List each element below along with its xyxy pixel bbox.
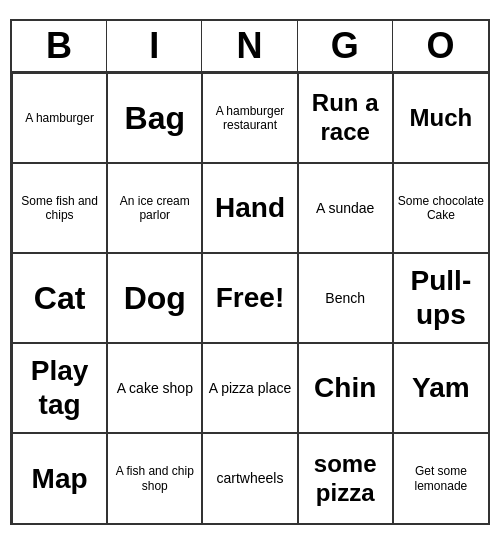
bingo-cell-15: Play tag (12, 343, 107, 433)
bingo-cell-13: Bench (298, 253, 393, 343)
bingo-cell-18: Chin (298, 343, 393, 433)
cell-text-16: A cake shop (117, 380, 193, 397)
bingo-cell-14: Pull-ups (393, 253, 488, 343)
cell-text-8: A sundae (316, 200, 374, 217)
cell-text-3: Run a race (303, 89, 388, 147)
cell-text-2: A hamburger restaurant (207, 104, 292, 133)
cell-text-17: A pizza place (209, 380, 292, 397)
bingo-cell-9: Some chocolate Cake (393, 163, 488, 253)
cell-text-7: Hand (215, 191, 285, 225)
bingo-cell-22: cartwheels (202, 433, 297, 523)
cell-text-10: Cat (34, 279, 86, 317)
bingo-cell-4: Much (393, 73, 488, 163)
bingo-cell-11: Dog (107, 253, 202, 343)
bingo-cell-23: some pizza (298, 433, 393, 523)
cell-text-11: Dog (124, 279, 186, 317)
cell-text-15: Play tag (17, 354, 102, 421)
cell-text-22: cartwheels (217, 470, 284, 487)
cell-text-1: Bag (125, 99, 185, 137)
bingo-cell-21: A fish and chip shop (107, 433, 202, 523)
cell-text-14: Pull-ups (398, 264, 484, 331)
bingo-cell-17: A pizza place (202, 343, 297, 433)
bingo-cell-3: Run a race (298, 73, 393, 163)
bingo-cell-7: Hand (202, 163, 297, 253)
bingo-cell-1: Bag (107, 73, 202, 163)
bingo-cell-5: Some fish and chips (12, 163, 107, 253)
bingo-cell-24: Get some lemonade (393, 433, 488, 523)
bingo-cell-0: A hamburger (12, 73, 107, 163)
cell-text-13: Bench (325, 290, 365, 307)
cell-text-9: Some chocolate Cake (398, 194, 484, 223)
cell-text-12: Free! (216, 281, 284, 315)
header-letter-I: I (107, 21, 202, 71)
cell-text-24: Get some lemonade (398, 464, 484, 493)
header-letter-G: G (298, 21, 393, 71)
header-letter-N: N (202, 21, 297, 71)
bingo-cell-8: A sundae (298, 163, 393, 253)
cell-text-23: some pizza (303, 450, 388, 508)
cell-text-0: A hamburger (25, 111, 94, 125)
bingo-grid: A hamburgerBagA hamburger restaurantRun … (12, 73, 488, 523)
cell-text-18: Chin (314, 371, 376, 405)
cell-text-20: Map (32, 462, 88, 496)
cell-text-21: A fish and chip shop (112, 464, 197, 493)
bingo-cell-6: An ice cream parlor (107, 163, 202, 253)
cell-text-6: An ice cream parlor (112, 194, 197, 223)
bingo-cell-12: Free! (202, 253, 297, 343)
header-letter-B: B (12, 21, 107, 71)
bingo-cell-2: A hamburger restaurant (202, 73, 297, 163)
bingo-cell-16: A cake shop (107, 343, 202, 433)
cell-text-4: Much (410, 104, 473, 133)
cell-text-5: Some fish and chips (17, 194, 102, 223)
bingo-cell-10: Cat (12, 253, 107, 343)
cell-text-19: Yam (412, 371, 470, 405)
bingo-cell-19: Yam (393, 343, 488, 433)
bingo-card: BINGO A hamburgerBagA hamburger restaura… (10, 19, 490, 525)
bingo-header: BINGO (12, 21, 488, 73)
bingo-cell-20: Map (12, 433, 107, 523)
header-letter-O: O (393, 21, 488, 71)
